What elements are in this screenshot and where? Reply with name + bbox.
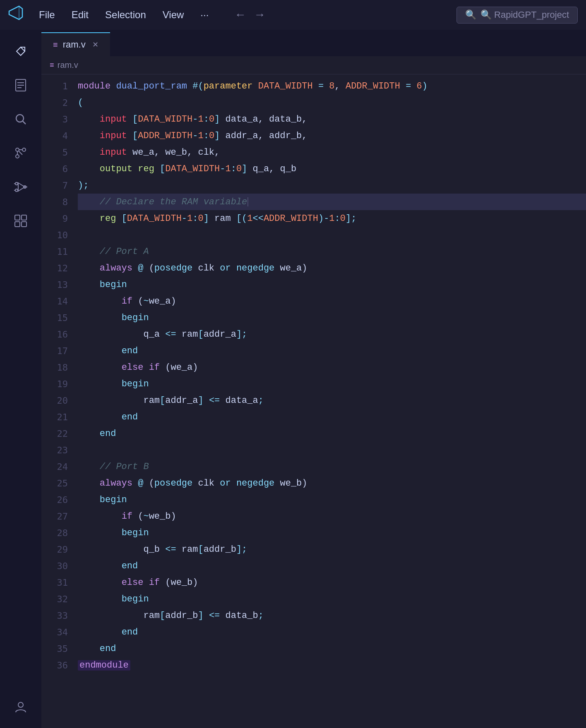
line-num-18: 18	[48, 359, 68, 376]
svg-point-3	[22, 148, 26, 151]
line-num-24: 24	[48, 458, 68, 475]
code-line-5: input we_a, we_b, clk,	[78, 144, 586, 160]
code-line-21: end	[78, 409, 586, 425]
menu-file[interactable]: File	[36, 7, 58, 22]
code-line-36: endmodule	[78, 657, 586, 673]
code-line-29: q_b <= ram[addr_b];	[78, 541, 586, 558]
activity-source-control[interactable]	[7, 140, 34, 166]
svg-point-2	[16, 148, 19, 151]
search-bar[interactable]: 🔍 🔍 RapidGPT_project	[456, 7, 578, 24]
breadcrumb-filename: ram.v	[58, 60, 78, 70]
code-line-24: // Port B	[78, 458, 586, 475]
line-num-33: 33	[48, 607, 68, 624]
line-num-6: 6	[48, 160, 68, 177]
line-num-26: 26	[48, 491, 68, 508]
line-num-2: 2	[48, 94, 68, 111]
line-num-23: 23	[48, 442, 68, 458]
code-line-25: always @ (posedge clk or negedge we_b)	[78, 475, 586, 491]
line-num-16: 16	[48, 326, 68, 342]
svg-rect-12	[22, 222, 26, 227]
activity-account[interactable]	[7, 693, 34, 720]
activity-bar	[0, 30, 41, 728]
nav-back-button[interactable]: ←	[233, 7, 248, 23]
line-numbers: 1 2 3 4 5 6 7 8 9 10 11 12 13 14 15 16 1…	[41, 74, 74, 728]
code-line-33: ram[addr_b] <= data_b;	[78, 607, 586, 624]
svg-point-1	[16, 115, 24, 122]
svg-point-7	[15, 189, 18, 192]
line-num-5: 5	[48, 144, 68, 160]
nav-buttons: ← →	[233, 7, 267, 23]
code-line-10	[78, 227, 586, 243]
code-content[interactable]: module dual_port_ram #(parameter DATA_WI…	[74, 74, 586, 728]
line-num-8: 8	[48, 194, 68, 210]
main-layout: ≡ ram.v ✕ ≡ ram.v 1 2 3 4 5 6 7 8 9 10	[0, 30, 586, 728]
line-num-35: 35	[48, 640, 68, 657]
line-num-29: 29	[48, 541, 68, 558]
tab-bar: ≡ ram.v ✕	[41, 30, 586, 56]
line-num-21: 21	[48, 409, 68, 425]
menu-selection[interactable]: Selection	[102, 7, 149, 22]
nav-forward-button[interactable]: →	[252, 7, 267, 23]
code-line-28: begin	[78, 524, 586, 541]
activity-debug[interactable]	[7, 174, 34, 200]
line-num-34: 34	[48, 624, 68, 640]
line-num-13: 13	[48, 276, 68, 293]
code-line-3: input [DATA_WIDTH-1:0] data_a, data_b,	[78, 111, 586, 127]
menu-view[interactable]: View	[159, 7, 187, 22]
code-line-2: (	[78, 94, 586, 111]
line-num-17: 17	[48, 342, 68, 359]
line-num-14: 14	[48, 293, 68, 309]
code-line-30: end	[78, 558, 586, 574]
titlebar: File Edit Selection View ··· ← → 🔍 🔍 Rap…	[0, 0, 586, 30]
line-num-11: 11	[48, 243, 68, 260]
activity-explorer[interactable]	[7, 72, 34, 98]
code-line-6: output reg [DATA_WIDTH-1:0] q_a, q_b	[78, 160, 586, 177]
tab-close-button[interactable]: ✕	[92, 40, 98, 49]
search-text: 🔍 RapidGPT_project	[480, 10, 569, 20]
code-line-27: if (~we_b)	[78, 508, 586, 524]
activity-search[interactable]	[7, 106, 34, 132]
menu-bar: File Edit Selection View ···	[36, 7, 212, 22]
menu-edit[interactable]: Edit	[68, 7, 92, 22]
svg-rect-10	[22, 215, 26, 220]
line-num-15: 15	[48, 309, 68, 326]
line-num-10: 10	[48, 227, 68, 243]
svg-rect-9	[15, 215, 20, 220]
vscode-logo	[8, 5, 23, 25]
svg-point-13	[18, 702, 23, 707]
activity-extensions[interactable]	[7, 38, 34, 65]
code-line-1: module dual_port_ram #(parameter DATA_WI…	[78, 78, 586, 94]
code-line-11: // Port A	[78, 243, 586, 260]
code-line-31: else if (we_b)	[78, 574, 586, 591]
tab-file-icon: ≡	[53, 40, 58, 50]
line-num-12: 12	[48, 260, 68, 276]
code-line-13: begin	[78, 276, 586, 293]
svg-rect-11	[15, 222, 20, 227]
code-line-34: end	[78, 624, 586, 640]
code-line-14: if (~we_a)	[78, 293, 586, 309]
code-line-32: begin	[78, 591, 586, 607]
code-line-20: ram[addr_a] <= data_a;	[78, 392, 586, 409]
code-editor[interactable]: 1 2 3 4 5 6 7 8 9 10 11 12 13 14 15 16 1…	[41, 74, 586, 728]
menu-more[interactable]: ···	[197, 7, 212, 22]
line-num-22: 22	[48, 425, 68, 442]
code-line-17: end	[78, 342, 586, 359]
breadcrumb: ≡ ram.v	[41, 56, 586, 74]
line-num-19: 19	[48, 376, 68, 392]
line-num-20: 20	[48, 392, 68, 409]
code-line-26: begin	[78, 491, 586, 508]
activity-extensions2[interactable]	[7, 208, 34, 234]
line-num-30: 30	[48, 558, 68, 574]
line-num-3: 3	[48, 111, 68, 127]
code-line-12: always @ (posedge clk or negedge we_a)	[78, 260, 586, 276]
line-num-32: 32	[48, 591, 68, 607]
line-num-7: 7	[48, 177, 68, 194]
search-icon: 🔍	[465, 10, 476, 21]
tab-label: ram.v	[63, 39, 86, 50]
breadcrumb-file-icon: ≡	[50, 61, 54, 69]
code-line-23	[78, 442, 586, 458]
line-num-31: 31	[48, 574, 68, 591]
code-line-7: );	[78, 177, 586, 194]
tab-ram-v[interactable]: ≡ ram.v ✕	[41, 32, 110, 56]
editor-area: ≡ ram.v ✕ ≡ ram.v 1 2 3 4 5 6 7 8 9 10	[41, 30, 586, 728]
